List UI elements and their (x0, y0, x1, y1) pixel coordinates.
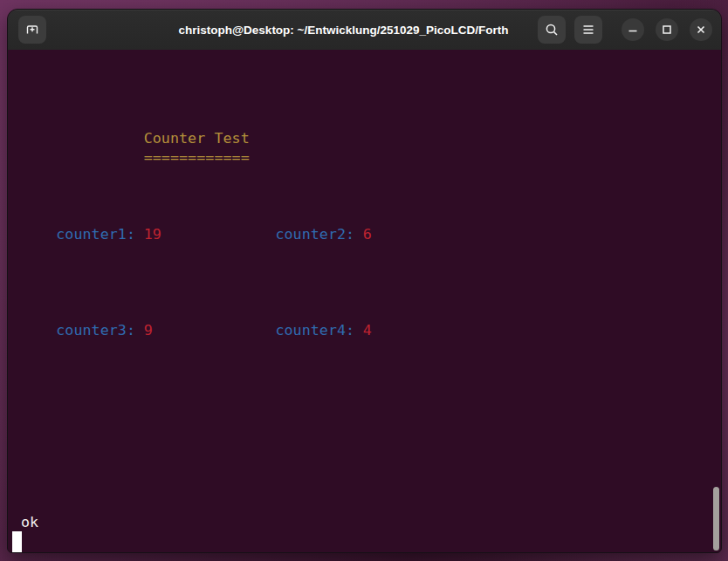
menu-button[interactable] (574, 16, 602, 44)
terminal-window: christoph@Desktop: ~/Entwicklung/251029_… (7, 9, 722, 553)
terminal-screen[interactable]: Counter Test============counter1: 19coun… (8, 50, 721, 552)
scrollbar-thumb[interactable] (713, 487, 719, 551)
terminal-text: 19 (144, 224, 161, 243)
terminal-cursor (12, 531, 22, 552)
terminal-text: 4 (363, 320, 372, 339)
menu-icon (580, 22, 596, 38)
desktop-background: christoph@Desktop: ~/Entwicklung/251029_… (0, 0, 728, 561)
maximize-icon (661, 24, 673, 36)
terminal-text: ============ (144, 147, 250, 167)
terminal-text: counter2: (275, 224, 363, 243)
search-icon (544, 22, 560, 38)
search-button[interactable] (538, 16, 566, 44)
maximize-button[interactable] (656, 18, 678, 41)
terminal-text: 6 (363, 224, 372, 243)
terminal-text: 9 (144, 320, 153, 339)
new-tab-icon (24, 22, 40, 38)
terminal-text: counter1: (56, 224, 144, 243)
new-tab-button[interactable] (18, 16, 46, 44)
header-controls (538, 16, 712, 44)
window-header: christoph@Desktop: ~/Entwicklung/251029_… (8, 10, 721, 50)
close-button[interactable] (690, 18, 712, 41)
terminal-text: ok (21, 512, 38, 531)
close-icon (695, 24, 707, 36)
minimize-icon (627, 24, 639, 36)
minimize-button[interactable] (622, 18, 644, 41)
terminal-text: Counter Test (144, 128, 250, 147)
window-title: christoph@Desktop: ~/Entwicklung/251029_… (178, 10, 508, 50)
terminal-text: counter4: (275, 320, 363, 339)
terminal-text: counter3: (56, 320, 144, 339)
